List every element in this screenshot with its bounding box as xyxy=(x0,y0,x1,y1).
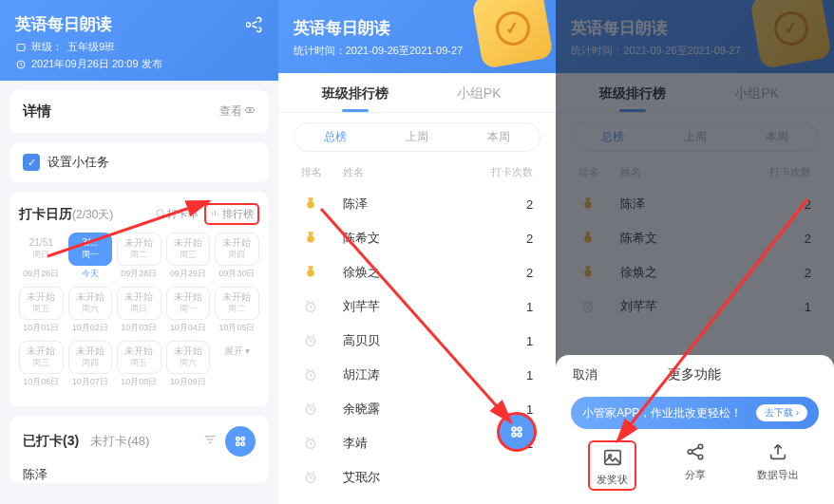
calendar-cell[interactable]: 未开始周六 xyxy=(68,287,113,320)
calendar-cell[interactable]: 未开始周四 xyxy=(68,341,113,374)
share-icon xyxy=(684,440,707,463)
rank-count: 2 xyxy=(487,232,533,246)
calendar-date: 10月02日 xyxy=(68,322,113,334)
apps-fab[interactable] xyxy=(225,426,256,457)
cancel-button[interactable]: 取消 xyxy=(573,366,597,383)
subtab-all[interactable]: 总榜 xyxy=(294,123,376,151)
detail-more[interactable]: 查看 xyxy=(219,103,256,120)
subtab-last-week[interactable]: 上周 xyxy=(376,123,458,151)
calendar-date: 10月07日 xyxy=(68,376,113,388)
action-share[interactable]: 分享 xyxy=(654,440,736,491)
subtab-this-week[interactable]: 本周 xyxy=(458,123,540,151)
rank-row[interactable]: 陈希文2 xyxy=(278,221,557,255)
calendar-date: 09月28日 xyxy=(117,268,161,280)
calendar-cell[interactable]: 未开始周二 xyxy=(215,287,259,320)
svg-point-3 xyxy=(249,109,251,111)
calendar-date: 10月03日 xyxy=(117,322,161,334)
calendar-date: 今天 xyxy=(68,268,113,280)
svg-line-39 xyxy=(692,453,698,456)
calendar-cell[interactable]: 未开始周六 xyxy=(166,341,211,374)
rank-row[interactable]: 陈泽2 xyxy=(278,187,557,221)
rank-row[interactable]: 艾珉尔 xyxy=(278,460,557,495)
svg-point-9 xyxy=(241,438,244,440)
rank-row[interactable]: 胡江涛1 xyxy=(278,358,557,392)
download-button[interactable]: 去下载 › xyxy=(756,404,807,421)
col-name: 姓名 xyxy=(343,165,488,179)
apps-fab-highlighted[interactable] xyxy=(497,412,537,452)
svg-point-37 xyxy=(698,455,703,459)
publish-time: 2021年09月26日 20:09 发布 xyxy=(31,57,162,71)
tab-group-pk[interactable]: 小组PK xyxy=(417,73,540,112)
signed-card: 已打卡(3) 未打卡(48) 陈泽 xyxy=(9,416,269,483)
share-icon[interactable] xyxy=(246,16,263,33)
calendar-cell[interactable]: 未开始周五 xyxy=(117,341,161,374)
rank-row[interactable]: 高贝贝1 xyxy=(278,324,557,358)
student-name[interactable]: 陈泽 xyxy=(23,466,256,483)
svg-point-35 xyxy=(698,444,703,449)
tab-ranking[interactable]: 排行榜 xyxy=(204,203,259,225)
rank-row[interactable]: 徐焕之2 xyxy=(278,255,557,289)
rank-name: 余晓露 xyxy=(343,401,488,418)
calendar-days: (2/30天) xyxy=(72,208,113,221)
svg-point-25 xyxy=(512,433,516,437)
rank-row[interactable]: 刘芊芊1 xyxy=(278,289,557,324)
alarm-icon xyxy=(301,297,320,316)
rank-count: 2 xyxy=(487,197,533,212)
calendar-date: 09月30日 xyxy=(215,268,259,280)
rank-name: 陈希文 xyxy=(343,230,488,247)
export-icon xyxy=(767,440,789,463)
task-label: 设置小任务 xyxy=(47,154,109,171)
calendar-cell[interactable]: 未开始周二 xyxy=(117,233,161,266)
promo-banner[interactable]: 小管家APP，作业批改更轻松！ 去下载 › xyxy=(571,397,819,429)
rank-name: 徐焕之 xyxy=(343,264,488,281)
calendar-cell[interactable]: 未开始周日 xyxy=(117,287,161,320)
col-rank: 排名 xyxy=(301,165,343,179)
alarm-icon xyxy=(301,434,320,453)
rank-name: 李靖 xyxy=(343,435,488,452)
calendar-cell[interactable]: 未开始周三 xyxy=(19,341,64,374)
alarm-icon xyxy=(301,468,320,487)
calendar-expand[interactable]: 展开 ▾ xyxy=(215,341,259,374)
rank-name: 艾珉尔 xyxy=(343,469,488,486)
tab-signed[interactable]: 已打卡(3) xyxy=(23,433,79,450)
tab-rate[interactable]: 打卡率 xyxy=(155,207,199,221)
rank-count: 1 xyxy=(487,334,533,348)
header-panel-2: ✓ 英语每日朗读 统计时间：2021-09-26至2021-09-27 xyxy=(278,0,557,73)
action-award-label: 发奖状 xyxy=(597,473,628,487)
sheet-title: 更多功能 xyxy=(668,366,721,383)
stat-period: 统计时间：2021-09-26至2021-09-27 xyxy=(294,44,500,58)
tab-class-rank[interactable]: 班级排行榜 xyxy=(294,73,417,112)
calendar-cell[interactable]: 未开始周三 xyxy=(166,233,211,266)
rank-name: 胡江涛 xyxy=(343,366,488,383)
period-tabs: 总榜 上周 本周 xyxy=(294,122,541,152)
class-label: 班级： xyxy=(31,40,63,54)
rank-count: 2 xyxy=(487,266,533,280)
calendar-cell[interactable]: 3/...周一 xyxy=(68,233,113,266)
rank-icon xyxy=(210,208,220,220)
rank-name: 陈泽 xyxy=(343,196,488,213)
svg-point-15 xyxy=(307,235,314,243)
detail-card[interactable]: 详情 查看 xyxy=(9,90,269,133)
class-icon xyxy=(15,42,27,53)
action-award[interactable]: 发奖状 xyxy=(571,440,654,491)
calendar-cell[interactable]: 未开始周一 xyxy=(166,287,211,320)
check-cube-icon: ✓ xyxy=(471,0,554,69)
svg-rect-33 xyxy=(605,451,621,465)
task-card[interactable]: ✓ 设置小任务 xyxy=(9,142,269,182)
tab-unsigned[interactable]: 未打卡(48) xyxy=(90,433,149,450)
alarm-icon xyxy=(301,331,320,350)
action-export[interactable]: 数据导出 xyxy=(736,440,819,491)
header-panel-1: 英语每日朗读 班级： 五年级9班 2021年09月26日 20:09 发布 xyxy=(0,0,278,81)
app-title-2: 英语每日朗读 xyxy=(294,17,500,39)
svg-point-26 xyxy=(518,433,521,437)
rank-count: 1 xyxy=(487,300,533,314)
svg-rect-0 xyxy=(17,44,25,50)
banner-text: 小管家APP，作业批改更轻松！ xyxy=(582,405,742,421)
calendar-date: 10月05日 xyxy=(215,322,259,334)
calendar-date: 10月01日 xyxy=(19,322,64,334)
calendar-cell[interactable]: 未开始周五 xyxy=(19,287,64,320)
filter-icon[interactable] xyxy=(202,432,218,451)
calendar-cell[interactable]: 未开始周四 xyxy=(215,233,259,266)
calendar-cell[interactable]: 21/51周日 xyxy=(19,233,64,266)
image-icon xyxy=(601,446,624,469)
